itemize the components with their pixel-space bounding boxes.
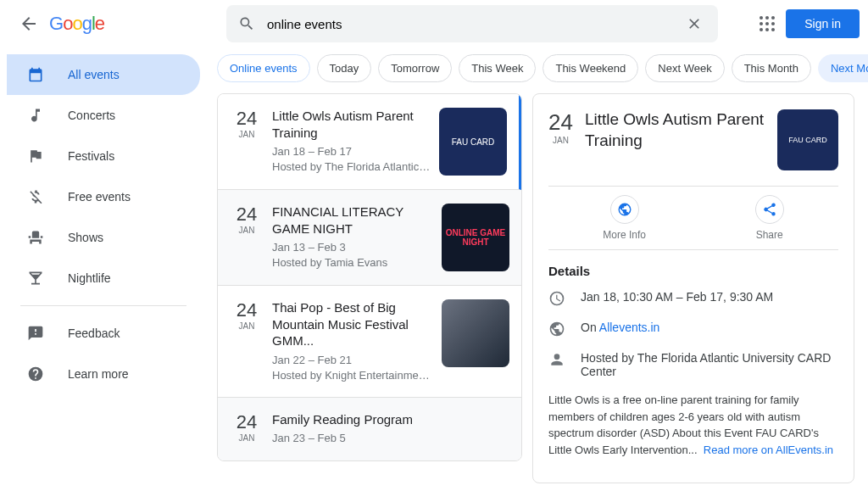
event-dates: Jan 22 – Feb 21 bbox=[272, 353, 433, 368]
event-detail-panel: 24JAN Little Owls Autism Parent Training… bbox=[532, 93, 854, 483]
read-more-link[interactable]: Read more on AllEvents.in bbox=[704, 444, 833, 456]
detail-date: 24JAN bbox=[548, 109, 573, 145]
detail-description: Little Owls is a free on-line parent tra… bbox=[548, 392, 838, 458]
svg-point-3 bbox=[760, 22, 763, 25]
svg-point-4 bbox=[765, 22, 769, 25]
event-title: Thai Pop - Best of Big Mountain Music Fe… bbox=[272, 299, 433, 349]
event-dates: Jan 18 – Feb 17 bbox=[272, 144, 431, 159]
event-thumbnail: FAU CARD bbox=[439, 108, 507, 176]
sign-in-button[interactable]: Sign in bbox=[786, 9, 860, 38]
sidebar-item-concerts[interactable]: Concerts bbox=[7, 95, 200, 136]
sidebar-item-festivals[interactable]: Festivals bbox=[7, 136, 200, 176]
sidebar-item-nightlife[interactable]: Nightlife bbox=[7, 258, 200, 299]
event-date: 24JAN bbox=[230, 204, 264, 271]
event-date: 24JAN bbox=[230, 108, 264, 176]
sidebar-item-feedback[interactable]: Feedback bbox=[7, 313, 200, 354]
chip-tomorrow[interactable]: Tomorrow bbox=[378, 54, 452, 82]
svg-point-1 bbox=[765, 16, 769, 20]
share-icon bbox=[755, 195, 784, 224]
event-host: Hosted by The Florida Atlantic U... bbox=[272, 159, 431, 175]
detail-when: Jan 18, 10:30 AM – Feb 17, 9:30 AM bbox=[581, 290, 773, 304]
chip-this-weekend[interactable]: This Weekend bbox=[542, 54, 638, 82]
event-dates: Jan 23 – Feb 5 bbox=[272, 431, 509, 446]
event-date: 24JAN bbox=[230, 411, 264, 447]
back-arrow-icon[interactable] bbox=[19, 14, 39, 34]
flag-icon bbox=[27, 148, 47, 165]
filter-chips: Online events Today Tomorrow This Week T… bbox=[217, 54, 868, 82]
event-host: Hosted by Tamia Evans bbox=[272, 255, 433, 271]
detail-host: Hosted by The Florida Atlantic Universit… bbox=[581, 351, 838, 378]
svg-point-5 bbox=[771, 22, 775, 25]
sidebar-divider bbox=[20, 305, 186, 306]
event-title: Little Owls Autism Parent Training bbox=[272, 108, 431, 141]
person-icon bbox=[548, 351, 565, 368]
event-date: 24JAN bbox=[230, 299, 264, 383]
sidebar-item-label: Free events bbox=[68, 190, 131, 204]
money-off-icon bbox=[27, 188, 47, 205]
google-logo[interactable]: Google bbox=[49, 13, 104, 35]
chip-next-month[interactable]: Next Month bbox=[818, 54, 868, 82]
feedback-icon bbox=[27, 325, 47, 342]
event-card[interactable]: 24JAN Little Owls Autism Parent Training… bbox=[218, 94, 521, 190]
svg-point-6 bbox=[760, 28, 763, 31]
more-info-button[interactable]: More Info bbox=[603, 195, 646, 241]
event-thumbnail: ONLINE GAME NIGHT bbox=[442, 204, 509, 271]
event-results-list: 24JAN Little Owls Autism Parent Training… bbox=[217, 93, 522, 461]
apps-grid-icon[interactable] bbox=[757, 14, 777, 34]
sidebar-item-label: Nightlife bbox=[68, 271, 111, 285]
svg-point-7 bbox=[765, 28, 769, 31]
chip-today[interactable]: Today bbox=[317, 54, 372, 82]
search-input[interactable] bbox=[267, 17, 682, 31]
sidebar-item-free-events[interactable]: Free events bbox=[7, 176, 200, 217]
event-title: Family Reading Program bbox=[272, 411, 509, 428]
event-card[interactable]: 24JAN FINANCIAL LITERACY GAME NIGHT Jan … bbox=[218, 190, 521, 286]
sidebar-item-label: Shows bbox=[68, 231, 103, 244]
detail-title: Little Owls Autism Parent Training bbox=[585, 109, 765, 151]
search-bar[interactable] bbox=[226, 5, 718, 42]
detail-thumbnail: FAU CARD bbox=[777, 109, 838, 170]
event-title: FINANCIAL LITERACY GAME NIGHT bbox=[272, 204, 433, 237]
clear-icon[interactable] bbox=[682, 12, 706, 36]
event-card[interactable]: 24JAN Family Reading Program Jan 23 – Fe… bbox=[218, 398, 521, 460]
chip-next-week[interactable]: Next Week bbox=[645, 54, 724, 82]
details-heading: Details bbox=[548, 264, 838, 278]
help-icon bbox=[27, 365, 47, 382]
globe-icon bbox=[610, 195, 639, 224]
event-thumbnail bbox=[442, 299, 509, 367]
sidebar-item-label: Learn more bbox=[68, 367, 129, 381]
sidebar-item-learn-more[interactable]: Learn more bbox=[7, 354, 200, 394]
music-note-icon bbox=[27, 107, 47, 124]
sidebar-item-label: All events bbox=[68, 68, 120, 81]
share-button[interactable]: Share bbox=[755, 195, 784, 241]
detail-source: On Allevents.in bbox=[581, 321, 659, 334]
event-card[interactable]: 24JAN Thai Pop - Best of Big Mountain Mu… bbox=[218, 286, 521, 398]
chip-online-events[interactable]: Online events bbox=[217, 54, 310, 82]
event-dates: Jan 13 – Feb 3 bbox=[272, 240, 433, 255]
sidebar-item-label: Concerts bbox=[68, 109, 115, 122]
seat-icon bbox=[27, 229, 47, 246]
globe-icon bbox=[548, 321, 565, 338]
sidebar-item-label: Feedback bbox=[68, 326, 120, 340]
sidebar-item-all-events[interactable]: All events bbox=[7, 54, 200, 95]
svg-point-8 bbox=[771, 28, 775, 31]
source-link[interactable]: Allevents.in bbox=[599, 321, 660, 334]
svg-point-0 bbox=[760, 16, 763, 20]
sidebar-item-shows[interactable]: Shows bbox=[7, 217, 200, 258]
event-host: Hosted by Knight Entertainment ... bbox=[272, 368, 433, 383]
clock-icon bbox=[548, 290, 565, 307]
chip-this-week[interactable]: This Week bbox=[459, 54, 536, 82]
svg-point-2 bbox=[771, 16, 775, 20]
search-icon bbox=[238, 15, 255, 32]
sidebar-item-label: Festivals bbox=[68, 149, 114, 163]
chip-this-month[interactable]: This Month bbox=[732, 54, 811, 82]
sidebar: All events Concerts Festivals Free event… bbox=[0, 47, 200, 401]
calendar-icon bbox=[27, 66, 47, 83]
cocktail-icon bbox=[27, 270, 47, 287]
